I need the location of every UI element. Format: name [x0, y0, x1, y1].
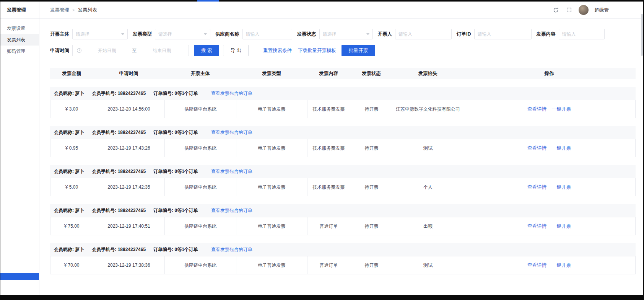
one-click-invoice-link[interactable]: 一键开票	[552, 106, 571, 112]
cell-invoice-title: 个人	[393, 178, 463, 196]
one-click-invoice-link[interactable]: 一键开票	[552, 262, 571, 269]
member-order-value: 0等1个订单	[174, 169, 198, 174]
sidebar: 发票管理 发票设置 发票列表 账码管理	[0, 2, 39, 295]
member-order-label: 订单编号:	[153, 169, 173, 174]
cell-operation: 查看详情 一键开票	[463, 139, 635, 157]
view-included-orders-link[interactable]: 查看发票包含的订单	[211, 246, 252, 253]
view-detail-link[interactable]: 查看详情	[527, 184, 546, 191]
member-phone-value: 18924237465	[118, 247, 146, 252]
view-included-orders-link[interactable]: 查看发票包含的订单	[211, 90, 252, 97]
window-bottom-strip	[0, 295, 644, 300]
search-button[interactable]: 搜 索	[194, 45, 219, 56]
one-click-invoice-link[interactable]: 一键开票	[552, 184, 571, 191]
apply-time-range-picker[interactable]: 至	[72, 45, 189, 56]
member-nickname-label: 会员昵称:	[54, 91, 74, 96]
end-date-input[interactable]	[139, 48, 185, 53]
invoice-content-input[interactable]	[562, 31, 601, 37]
member-phone-value: 18924237465	[118, 208, 146, 213]
user-avatar[interactable]	[579, 5, 589, 15]
invoice-subject-input[interactable]	[76, 31, 119, 37]
sidebar-collapse-button[interactable]	[0, 273, 39, 280]
table-body: 会员昵称: 萝卜 会员手机号: 18924237465 订单编号: 0等1个订单…	[50, 87, 636, 274]
invoicer-input[interactable]	[398, 31, 448, 37]
sidebar-nav: 发票设置 发票列表 账码管理	[0, 19, 39, 57]
cell-apply-time: 2023-12-19 17:38:36	[93, 256, 165, 274]
filter-order-id: 订单ID	[457, 29, 532, 39]
view-detail-link[interactable]: 查看详情	[527, 262, 546, 269]
one-click-invoice-link[interactable]: 一键开票	[552, 145, 571, 152]
sidebar-item-account-code[interactable]: 账码管理	[0, 46, 39, 57]
download-batch-template-link[interactable]: 下载批量开票模板	[298, 47, 336, 54]
cell-invoice-content: 技术服务费发票	[307, 139, 350, 157]
refresh-icon[interactable]	[553, 7, 559, 13]
invoice-content-field[interactable]	[559, 29, 605, 39]
group-member-row: 会员昵称: 萝卜 会员手机号: 18924237465 订单编号: 0等1个订单…	[50, 126, 636, 139]
chevron-down-icon	[204, 33, 207, 35]
sidebar-item-invoice-list[interactable]: 发票列表	[0, 34, 39, 46]
order-id-field[interactable]	[474, 29, 532, 39]
member-order-no: 订单编号: 0等1个订单	[153, 90, 198, 97]
invoice-status-input[interactable]	[323, 31, 364, 37]
member-phone: 会员手机号: 18924237465	[92, 129, 146, 136]
breadcrumb-invoice-list: 发票列表	[78, 7, 97, 13]
sidebar-item-invoice-settings[interactable]: 发票设置	[0, 23, 39, 34]
cell-operation: 查看详情 一键开票	[463, 100, 635, 118]
member-order-label: 订单编号:	[153, 208, 173, 213]
cell-invoice-subject: 供应链中台系统	[165, 256, 236, 274]
cell-invoice-type: 电子普通发票	[236, 100, 307, 118]
cell-invoice-type: 电子普通发票	[236, 139, 307, 157]
batch-invoice-button[interactable]: 批量开票	[342, 45, 375, 56]
view-detail-link[interactable]: 查看详情	[527, 223, 546, 230]
reset-search-link[interactable]: 重置搜索条件	[263, 47, 292, 54]
content: 开票主体 发票类型 供应商名称	[39, 19, 643, 295]
member-order-label: 订单编号:	[153, 247, 173, 252]
header-invoice-subject: 开票主体	[164, 70, 236, 77]
breadcrumb-invoice-management[interactable]: 发票管理	[50, 7, 69, 13]
member-nickname-value: 萝卜	[75, 169, 84, 174]
member-order-value: 0等1个订单	[174, 91, 198, 96]
supplier-name-input[interactable]	[246, 31, 289, 37]
username[interactable]: 超级管	[595, 7, 609, 13]
filter-invoicer: 开票人	[378, 29, 452, 39]
invoice-type-input[interactable]	[158, 31, 202, 37]
cell-invoice-title: 测试	[393, 139, 463, 157]
header-invoice-title: 发票抬头	[393, 70, 463, 77]
member-nickname: 会员昵称: 萝卜	[54, 129, 84, 136]
view-detail-link[interactable]: 查看详情	[527, 145, 546, 152]
supplier-name-field[interactable]	[242, 29, 292, 39]
view-detail-link[interactable]: 查看详情	[527, 106, 546, 112]
filter-apply-time-label: 申请时间	[50, 47, 69, 54]
header-invoice-amount: 发票金额	[50, 70, 93, 77]
one-click-invoice-link[interactable]: 一键开票	[552, 223, 571, 230]
member-order-label: 订单编号:	[153, 130, 173, 135]
window-edge-left	[0, 0, 0, 300]
fullscreen-icon[interactable]	[566, 7, 572, 13]
invoicer-field[interactable]	[395, 29, 452, 39]
cell-invoice-content: 技术服务费发票	[307, 100, 350, 118]
start-date-input[interactable]	[84, 48, 130, 53]
cell-invoice-title: 出额	[393, 217, 463, 235]
cell-invoice-status: 待开票	[350, 178, 393, 196]
vertical-scrollbar-thumb[interactable]	[641, 14, 643, 56]
cell-invoice-content: 技术服务费发票	[307, 178, 350, 196]
filter-row-1: 开票主体 发票类型 供应商名称	[50, 29, 636, 39]
view-included-orders-link[interactable]: 查看发票包含的订单	[211, 207, 252, 214]
filter-apply-time: 申请时间 至	[50, 45, 189, 56]
cell-invoice-amount: ¥ 3.00	[50, 100, 93, 118]
member-nickname: 会员昵称: 萝卜	[54, 207, 84, 214]
member-order-no: 订单编号: 0等1个订单	[153, 168, 198, 175]
cell-invoice-content: 普通订单	[307, 217, 350, 235]
filter-order-id-label: 订单ID	[457, 31, 471, 38]
view-included-orders-link[interactable]: 查看发票包含的订单	[211, 129, 252, 136]
invoice-status-select[interactable]	[319, 29, 373, 39]
member-phone-label: 会员手机号:	[92, 247, 116, 252]
export-button[interactable]: 导 出	[223, 45, 248, 56]
invoice-row: ¥ 0.95 2023-12-19 17:43:26 供应链中台系统 电子普通发…	[50, 139, 636, 157]
member-order-no: 订单编号: 0等1个订单	[153, 129, 198, 136]
view-included-orders-link[interactable]: 查看发票包含的订单	[211, 168, 252, 175]
member-nickname-value: 萝卜	[75, 130, 84, 135]
order-id-input[interactable]	[478, 31, 528, 37]
header-invoice-type: 发票类型	[236, 70, 307, 77]
invoice-subject-select[interactable]	[72, 29, 128, 39]
invoice-type-select[interactable]	[155, 29, 210, 39]
